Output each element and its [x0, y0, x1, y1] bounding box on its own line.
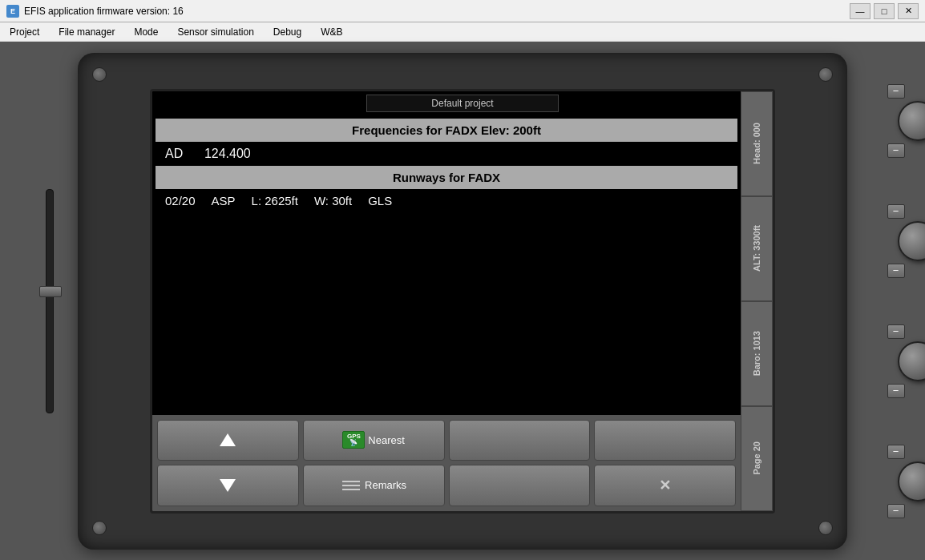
baro-minus-bottom[interactable]: −: [887, 384, 905, 398]
runway-length: L: 2625ft: [252, 194, 298, 207]
up-arrow-icon: [220, 433, 236, 446]
baro-minus-top[interactable]: −: [887, 324, 905, 339]
ad-frequency-row: AD 124.400: [156, 142, 737, 166]
page-knob-bottom-row: − +: [887, 504, 926, 518]
info-display: Frequencies for FADX Elev: 200ft AD 124.…: [152, 115, 741, 415]
menu-file-manager[interactable]: File manager: [55, 25, 118, 39]
baro-label: Baro: 1013: [752, 331, 761, 376]
alt-knob[interactable]: [898, 221, 926, 261]
alt-knob-top-row: − +: [887, 204, 926, 219]
empty-button-1[interactable]: [449, 420, 591, 461]
page-minus-top[interactable]: −: [887, 445, 905, 459]
alt-minus-bottom[interactable]: −: [887, 264, 905, 278]
runway-id: 02/20: [165, 194, 196, 207]
nearest-button[interactable]: GPS 📡 Nearest: [303, 420, 445, 461]
project-title-bar: Default project: [152, 91, 773, 115]
runway-type: GLS: [368, 194, 392, 207]
slider-track: [46, 189, 54, 413]
baro-knob-bottom-row: − +: [887, 384, 926, 398]
nearest-label: Nearest: [368, 434, 405, 446]
head-minus-bottom[interactable]: −: [887, 143, 905, 158]
menu-bar: Project File manager Mode Sensor simulat…: [0, 22, 925, 42]
title-bar: E EFIS application firmware version: 16 …: [0, 0, 925, 22]
right-panel: Head: 000 ALT: 3300ft Baro: 1013 Page 20: [741, 91, 773, 511]
remarks-icon: [341, 477, 362, 494]
screw-top-left: [92, 67, 107, 82]
runways-header: Runways for FADX: [156, 166, 737, 189]
alt-indicator: ALT: 3300ft: [741, 196, 773, 301]
alt-knob-bottom-row: − +: [887, 264, 926, 278]
ad-label: AD: [165, 147, 183, 160]
empty-button-2[interactable]: [594, 420, 736, 461]
screw-bottom-left: [92, 521, 107, 535]
minimize-button[interactable]: —: [850, 3, 870, 19]
button-area: GPS 📡 Nearest: [152, 415, 741, 511]
remarks-button[interactable]: Remarks: [303, 465, 445, 506]
page-indicator: Page 20: [741, 406, 773, 511]
head-knob-top-row: − +: [887, 84, 926, 99]
close-x-icon: ✕: [659, 477, 671, 494]
screw-bottom-right: [818, 521, 833, 535]
close-button-panel[interactable]: ✕: [594, 465, 736, 506]
menu-sensor-simulation[interactable]: Sensor simulation: [174, 25, 256, 39]
baro-knob[interactable]: [898, 341, 926, 381]
frequencies-header: Frequencies for FADX Elev: 200ft: [156, 119, 737, 142]
maximize-button[interactable]: □: [874, 3, 895, 19]
knobs-panel: − + − + − + −: [851, 53, 925, 550]
menu-mode[interactable]: Mode: [131, 25, 161, 39]
up-arrow-button[interactable]: [157, 420, 299, 461]
page-knob-group: − + − +: [851, 445, 925, 518]
gps-icon: GPS 📡: [342, 431, 365, 449]
page-minus-bottom[interactable]: −: [887, 504, 905, 518]
content-pane: Frequencies for FADX Elev: 200ft AD 124.…: [152, 91, 741, 511]
app-title: EFIS application firmware version: 16: [24, 6, 850, 17]
head-label: Head: 000: [752, 123, 761, 164]
head-minus-top[interactable]: −: [887, 84, 905, 99]
menu-debug[interactable]: Debug: [270, 25, 305, 39]
window-controls: — □ ✕: [850, 3, 919, 19]
close-button[interactable]: ✕: [898, 3, 919, 19]
app-body: Default project Frequencies for FADX Ele…: [0, 42, 925, 560]
down-arrow-icon: [220, 479, 236, 492]
ad-frequency: 124.400: [204, 147, 251, 160]
screen-area: Default project Frequencies for FADX Ele…: [150, 89, 775, 514]
runway-surface: ASP: [212, 194, 236, 207]
empty-space: [156, 212, 737, 412]
menu-project[interactable]: Project: [6, 25, 42, 39]
head-knob[interactable]: [898, 101, 926, 141]
project-title: Default project: [366, 95, 558, 112]
alt-minus-top[interactable]: −: [887, 204, 905, 219]
page-label: Page 20: [752, 441, 761, 475]
runway-row: 02/20 ASP L: 2625ft W: 30ft GLS: [156, 189, 737, 212]
baro-indicator: Baro: 1013: [741, 301, 773, 406]
alt-knob-group: − + − +: [851, 204, 925, 278]
left-panel: [30, 53, 70, 550]
device-bezel: Default project Frequencies for FADX Ele…: [78, 53, 847, 550]
page-knob-top-row: − +: [887, 445, 926, 459]
head-knob-bottom-row: − +: [887, 143, 926, 158]
menu-wb[interactable]: W&B: [317, 25, 345, 39]
app-icon: E: [6, 5, 19, 18]
baro-knob-top-row: − +: [887, 324, 926, 339]
page-knob[interactable]: [898, 461, 926, 502]
down-arrow-button[interactable]: [157, 465, 299, 506]
alt-label: ALT: 3300ft: [752, 225, 761, 272]
baro-knob-group: − + − +: [851, 324, 925, 398]
screw-top-right: [818, 67, 833, 82]
empty-button-3[interactable]: [449, 465, 591, 506]
remarks-label: Remarks: [365, 479, 406, 491]
runway-width: W: 30ft: [314, 194, 352, 207]
head-knob-group: − + − +: [851, 84, 925, 158]
slider-thumb[interactable]: [39, 286, 62, 297]
